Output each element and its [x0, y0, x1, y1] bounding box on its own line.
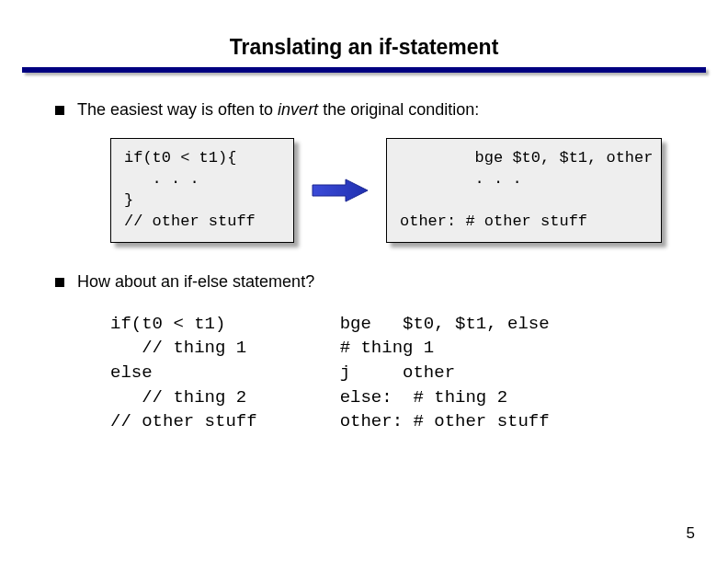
bullet-1-italic: invert — [278, 100, 318, 119]
bullet-marker — [55, 278, 64, 287]
code-row-1: if(t0 < t1){ . . . } // other stuff bge … — [110, 138, 691, 243]
code-c-ifelse: if(t0 < t1) // thing 1 else // thing 2 /… — [110, 312, 257, 434]
page-number: 5 — [687, 524, 695, 543]
svg-marker-0 — [313, 179, 368, 201]
bullet-marker — [55, 106, 64, 115]
bullet-1-text: The easiest way is often to invert the o… — [77, 100, 479, 120]
bullet-2-text: How about an if-else statement? — [77, 272, 314, 292]
bullet-2: How about an if-else statement? — [55, 272, 691, 292]
code-row-2: if(t0 < t1) // thing 1 else // thing 2 /… — [110, 312, 691, 434]
bullet-1-part-c: the original condition: — [318, 100, 479, 119]
bullet-1-part-a: The easiest way is often to — [77, 100, 278, 119]
code-asm-ifelse: bge $t0, $t1, else # thing 1 j other els… — [340, 312, 550, 434]
code-box-asm-if: bge $t0, $t1, other . . . other: # other… — [386, 138, 662, 243]
bullet-1: The easiest way is often to invert the o… — [55, 100, 691, 120]
code-box-c-if: if(t0 < t1){ . . . } // other stuff — [110, 138, 294, 243]
arrow-container — [294, 178, 386, 203]
arrow-right-icon — [311, 178, 370, 203]
slide-content: The easiest way is often to invert the o… — [0, 73, 728, 434]
slide-title: Translating an if-statement — [0, 0, 728, 67]
